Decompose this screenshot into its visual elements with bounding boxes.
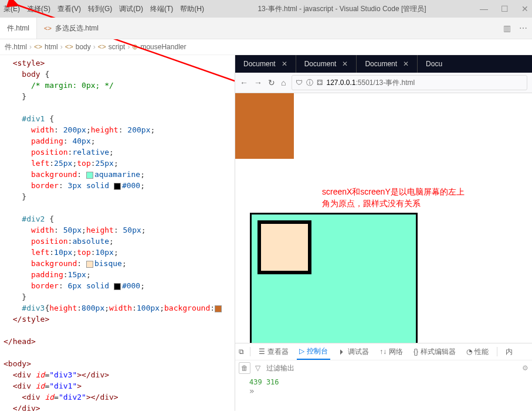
titlebar: 菜(E) 选择(S) 查看(V) 转到(G) 调试(D) 终端(T) 帮助(H)… bbox=[0, 0, 532, 18]
menu-view[interactable]: 查看(V) bbox=[57, 4, 81, 14]
menu-debug[interactable]: 调试(D) bbox=[119, 4, 143, 14]
close-tab-icon[interactable]: ✕ bbox=[403, 60, 409, 68]
menu-goto[interactable]: 转到(G) bbox=[88, 4, 112, 14]
function-icon: ⊕ bbox=[132, 43, 138, 51]
devtool-tab-inspector[interactable]: ☰查看器 bbox=[256, 347, 291, 357]
bracket-icon: <> bbox=[65, 43, 73, 51]
menu-select[interactable]: 选择(S) bbox=[27, 4, 50, 14]
close-button[interactable]: ✕ bbox=[521, 4, 528, 13]
tab-label: 多选反选.html bbox=[55, 23, 99, 33]
console-settings-icon[interactable]: ⚙ bbox=[522, 364, 528, 372]
devtool-tab-perf[interactable]: ◔性能 bbox=[464, 347, 491, 357]
crumb[interactable]: html bbox=[45, 43, 58, 51]
console-filter-input[interactable] bbox=[265, 363, 517, 373]
menu-edit[interactable]: 菜(E) bbox=[4, 4, 20, 14]
browser-tab[interactable]: Document✕ bbox=[296, 55, 357, 73]
permission-icon: ⚃ bbox=[317, 79, 323, 87]
split-editor-icon[interactable]: ▥ bbox=[503, 23, 511, 33]
menu-help[interactable]: 帮助(H) bbox=[180, 4, 204, 14]
console-filter-bar: 🗑 ▽ ⚙ bbox=[235, 360, 532, 376]
forward-icon[interactable]: → bbox=[254, 78, 262, 87]
browser-toolbar: ← → ↻ ⌂ 🛡 ⓘ ⚃ 127.0.0.1:5501/13-事件.html bbox=[235, 73, 532, 93]
breadcrumbs[interactable]: 件.html› <>html› <>body› <>script› ⊕mouse… bbox=[0, 39, 532, 55]
browser-preview-pane: Document✕ Document✕ Document✕ Docu ← → ↻… bbox=[235, 55, 532, 411]
crumb[interactable]: 件.html bbox=[5, 42, 27, 52]
maximize-button[interactable]: ☐ bbox=[501, 4, 509, 13]
close-tab-icon[interactable]: ✕ bbox=[342, 60, 348, 68]
filter-icon: ▽ bbox=[255, 364, 260, 372]
close-tab-icon[interactable]: ✕ bbox=[282, 60, 287, 68]
home-icon[interactable]: ⌂ bbox=[281, 78, 286, 87]
back-icon[interactable]: ← bbox=[240, 78, 248, 87]
devtool-tab-style[interactable]: {}样式编辑器 bbox=[411, 347, 458, 357]
devtool-tab-more[interactable]: 内 bbox=[503, 347, 515, 357]
editor-tabs: 件.html <>多选反选.html ▥ ⋯ bbox=[0, 18, 532, 39]
page-viewport[interactable]: screenX和screenY是以电脑屏幕的左上 角为原点，跟样式没有关系 bbox=[235, 93, 532, 343]
more-icon[interactable]: ⋯ bbox=[519, 23, 527, 33]
devtool-tab-network[interactable]: ↑↓网络 bbox=[377, 347, 405, 357]
tab-file1[interactable]: 件.html bbox=[0, 18, 37, 39]
color-swatch bbox=[114, 283, 121, 290]
browser-tabs: Document✕ Document✕ Document✕ Docu bbox=[235, 55, 532, 73]
tab-label: 件.html bbox=[7, 23, 29, 33]
div3-preview bbox=[235, 93, 294, 159]
minimize-button[interactable]: — bbox=[480, 4, 488, 13]
color-swatch bbox=[86, 172, 93, 179]
color-swatch bbox=[86, 261, 93, 268]
window-title: 13-事件.html - javascript - Visual Studio … bbox=[204, 4, 480, 14]
div1-preview bbox=[250, 213, 418, 343]
annotation-text: screenX和screenY是以电脑屏幕的左上 角为原点，跟样式没有关系 bbox=[322, 186, 465, 209]
menu-bar: 菜(E) 选择(S) 查看(V) 转到(G) 调试(D) 终端(T) 帮助(H) bbox=[4, 4, 204, 14]
bracket-icon: <> bbox=[34, 43, 42, 51]
devtool-tab-debugger[interactable]: ⏵调试器 bbox=[336, 347, 371, 357]
address-bar[interactable]: 🛡 ⓘ ⚃ 127.0.0.1:5501/13-事件.html bbox=[292, 75, 527, 90]
console-prompt-icon: » bbox=[249, 386, 518, 396]
div2-preview bbox=[257, 220, 311, 274]
browser-tab[interactable]: Document✕ bbox=[357, 55, 418, 73]
html-icon: <> bbox=[44, 25, 52, 32]
crumb[interactable]: script bbox=[109, 43, 126, 51]
devtools-tabs: ⧉ ☰查看器 ▷控制台 ⏵调试器 ↑↓网络 {}样式编辑器 ◔性能 内 bbox=[235, 343, 532, 360]
browser-tab[interactable]: Document✕ bbox=[235, 55, 296, 73]
info-icon: ⓘ bbox=[306, 78, 313, 88]
menu-terminal[interactable]: 终端(T) bbox=[150, 4, 173, 14]
color-swatch bbox=[215, 305, 222, 312]
inspect-icon[interactable]: ⧉ bbox=[239, 348, 244, 356]
reload-icon[interactable]: ↻ bbox=[268, 78, 275, 87]
shield-icon: 🛡 bbox=[296, 79, 303, 87]
bracket-icon: <> bbox=[98, 43, 106, 51]
devtool-tab-console[interactable]: ▷控制台 bbox=[297, 343, 330, 360]
crumb[interactable]: mouseHandler bbox=[140, 43, 186, 51]
clear-console-icon[interactable]: 🗑 bbox=[239, 362, 250, 374]
browser-tab[interactable]: Docu bbox=[418, 55, 450, 73]
crumb[interactable]: body bbox=[76, 43, 91, 51]
code-editor[interactable]: <style> body { /* margin: 0px; */ } #div… bbox=[0, 55, 235, 411]
tab-file2[interactable]: <>多选反选.html bbox=[37, 18, 106, 39]
color-swatch bbox=[114, 183, 121, 190]
console-output[interactable]: 439 316 » bbox=[235, 376, 532, 411]
